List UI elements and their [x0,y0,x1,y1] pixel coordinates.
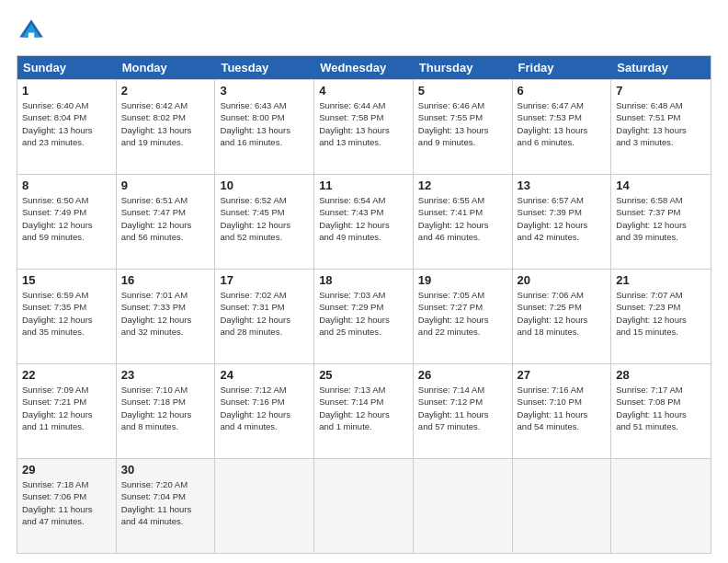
cal-cell: 21Sunrise: 7:07 AMSunset: 7:23 PMDayligh… [611,270,711,363]
day-number: 17 [220,273,309,287]
cal-cell: 24Sunrise: 7:12 AMSunset: 7:16 PMDayligh… [215,364,314,458]
cell-text: Sunrise: 6:48 AMSunset: 7:51 PMDaylight:… [616,99,706,148]
cal-cell: 1Sunrise: 6:40 AMSunset: 8:04 PMDaylight… [17,80,117,174]
cal-cell [314,459,414,553]
cal-cell: 22Sunrise: 7:09 AMSunset: 7:21 PMDayligh… [17,364,117,458]
cal-cell: 8Sunrise: 6:50 AMSunset: 7:49 PMDaylight… [17,175,117,269]
cal-cell: 11Sunrise: 6:54 AMSunset: 7:43 PMDayligh… [314,175,414,269]
cell-text: Sunrise: 7:14 AMSunset: 7:12 PMDaylight:… [418,384,507,432]
cal-row-1: 8Sunrise: 6:50 AMSunset: 7:49 PMDaylight… [17,174,711,269]
cell-text: Sunrise: 6:46 AMSunset: 7:55 PMDaylight:… [418,99,507,148]
day-number: 19 [418,273,507,287]
day-number: 20 [518,273,607,287]
cal-cell: 20Sunrise: 7:06 AMSunset: 7:25 PMDayligh… [513,270,612,363]
header-day-monday: Monday [117,56,216,79]
cell-text: Sunrise: 7:05 AMSunset: 7:27 PMDaylight:… [418,289,507,338]
cal-cell: 10Sunrise: 6:52 AMSunset: 7:45 PMDayligh… [215,175,314,269]
day-number: 30 [121,463,210,477]
cal-cell [215,459,314,553]
cal-row-2: 15Sunrise: 6:59 AMSunset: 7:35 PMDayligh… [17,269,711,363]
header [17,17,711,46]
cell-text: Sunrise: 7:09 AMSunset: 7:21 PMDaylight:… [22,384,111,432]
cal-cell: 5Sunrise: 6:46 AMSunset: 7:55 PMDaylight… [414,80,513,174]
cell-text: Sunrise: 6:40 AMSunset: 8:04 PMDaylight:… [22,99,111,148]
header-day-wednesday: Wednesday [314,56,414,79]
cal-row-3: 22Sunrise: 7:09 AMSunset: 7:21 PMDayligh… [17,363,711,458]
cell-text: Sunrise: 6:59 AMSunset: 7:35 PMDaylight:… [22,289,111,338]
day-number: 7 [616,84,706,98]
day-number: 25 [319,368,408,382]
cal-cell: 25Sunrise: 7:13 AMSunset: 7:14 PMDayligh… [314,364,414,458]
cell-text: Sunrise: 7:12 AMSunset: 7:16 PMDaylight:… [220,384,309,432]
day-number: 11 [319,178,408,192]
day-number: 23 [121,368,210,382]
day-number: 26 [418,368,507,382]
day-number: 10 [220,178,309,192]
day-number: 4 [319,84,408,98]
cal-cell: 14Sunrise: 6:58 AMSunset: 7:37 PMDayligh… [611,175,711,269]
cal-cell: 28Sunrise: 7:17 AMSunset: 7:08 PMDayligh… [611,364,711,458]
cell-text: Sunrise: 7:02 AMSunset: 7:31 PMDaylight:… [220,289,309,338]
cell-text: Sunrise: 7:16 AMSunset: 7:10 PMDaylight:… [518,384,607,432]
cell-text: Sunrise: 6:52 AMSunset: 7:45 PMDaylight:… [220,194,309,243]
cal-row-4: 29Sunrise: 7:18 AMSunset: 7:06 PMDayligh… [17,458,711,553]
cell-text: Sunrise: 7:01 AMSunset: 7:33 PMDaylight:… [121,289,210,338]
calendar: SundayMondayTuesdayWednesdayThursdayFrid… [17,55,711,554]
calendar-body: 1Sunrise: 6:40 AMSunset: 8:04 PMDaylight… [17,79,711,553]
header-day-saturday: Saturday [611,56,711,79]
day-number: 3 [220,84,309,98]
day-number: 15 [22,273,111,287]
day-number: 14 [616,178,706,192]
day-number: 2 [121,84,210,98]
cell-text: Sunrise: 7:06 AMSunset: 7:25 PMDaylight:… [518,289,607,338]
day-number: 24 [220,368,309,382]
cell-text: Sunrise: 6:47 AMSunset: 7:53 PMDaylight:… [518,99,607,148]
cell-text: Sunrise: 7:03 AMSunset: 7:29 PMDaylight:… [319,289,408,338]
cell-text: Sunrise: 6:57 AMSunset: 7:39 PMDaylight:… [518,194,607,243]
cell-text: Sunrise: 7:17 AMSunset: 7:08 PMDaylight:… [616,384,706,432]
cell-text: Sunrise: 6:58 AMSunset: 7:37 PMDaylight:… [616,194,706,243]
day-number: 28 [616,368,706,382]
cal-cell [513,459,612,553]
day-number: 29 [22,463,111,477]
cell-text: Sunrise: 6:55 AMSunset: 7:41 PMDaylight:… [418,194,507,243]
cal-cell: 29Sunrise: 7:18 AMSunset: 7:06 PMDayligh… [17,459,117,553]
header-day-friday: Friday [513,56,612,79]
header-day-tuesday: Tuesday [215,56,314,79]
logo [17,17,50,46]
day-number: 27 [518,368,607,382]
cell-text: Sunrise: 6:51 AMSunset: 7:47 PMDaylight:… [121,194,210,243]
day-number: 22 [22,368,111,382]
header-day-thursday: Thursday [414,56,513,79]
cell-text: Sunrise: 7:18 AMSunset: 7:06 PMDaylight:… [22,478,111,527]
cell-text: Sunrise: 7:10 AMSunset: 7:18 PMDaylight:… [121,384,210,432]
day-number: 6 [518,84,607,98]
day-number: 21 [616,273,706,287]
cell-text: Sunrise: 7:20 AMSunset: 7:04 PMDaylight:… [121,478,210,527]
cal-cell: 27Sunrise: 7:16 AMSunset: 7:10 PMDayligh… [513,364,612,458]
cal-cell: 12Sunrise: 6:55 AMSunset: 7:41 PMDayligh… [414,175,513,269]
cal-cell: 13Sunrise: 6:57 AMSunset: 7:39 PMDayligh… [513,175,612,269]
cal-row-0: 1Sunrise: 6:40 AMSunset: 8:04 PMDaylight… [17,79,711,174]
cell-text: Sunrise: 6:43 AMSunset: 8:00 PMDaylight:… [220,99,309,148]
day-number: 18 [319,273,408,287]
cell-text: Sunrise: 6:54 AMSunset: 7:43 PMDaylight:… [319,194,408,243]
cal-cell: 9Sunrise: 6:51 AMSunset: 7:47 PMDaylight… [117,175,216,269]
cal-cell [611,459,711,553]
page: SundayMondayTuesdayWednesdayThursdayFrid… [0,0,728,563]
cal-cell: 18Sunrise: 7:03 AMSunset: 7:29 PMDayligh… [314,270,414,363]
day-number: 8 [22,178,111,192]
cal-cell: 16Sunrise: 7:01 AMSunset: 7:33 PMDayligh… [117,270,216,363]
day-number: 12 [418,178,507,192]
cal-cell: 7Sunrise: 6:48 AMSunset: 7:51 PMDaylight… [611,80,711,174]
cal-cell [414,459,513,553]
cell-text: Sunrise: 6:44 AMSunset: 7:58 PMDaylight:… [319,99,408,148]
cal-cell: 15Sunrise: 6:59 AMSunset: 7:35 PMDayligh… [17,270,117,363]
cal-cell: 17Sunrise: 7:02 AMSunset: 7:31 PMDayligh… [215,270,314,363]
day-number: 5 [418,84,507,98]
cal-cell: 6Sunrise: 6:47 AMSunset: 7:53 PMDaylight… [513,80,612,174]
day-number: 16 [121,273,210,287]
cal-cell: 23Sunrise: 7:10 AMSunset: 7:18 PMDayligh… [117,364,216,458]
cell-text: Sunrise: 6:42 AMSunset: 8:02 PMDaylight:… [121,99,210,148]
cell-text: Sunrise: 6:50 AMSunset: 7:49 PMDaylight:… [22,194,111,243]
